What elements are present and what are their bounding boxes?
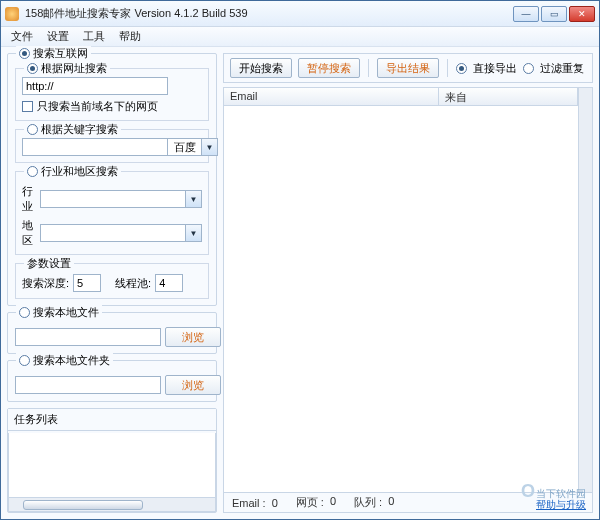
- direct-export-radio[interactable]: [456, 63, 467, 74]
- status-queue-value: 0: [388, 495, 394, 510]
- by-keyword-group: 根据关键字搜索 百度 ▼: [15, 129, 209, 163]
- tasks-list[interactable]: [8, 433, 216, 512]
- only-domain-label: 只搜索当前域名下的网页: [37, 99, 158, 114]
- local-file-input[interactable]: [15, 328, 161, 346]
- brand-name: 当下软件园: [536, 488, 586, 499]
- by-keyword-label: 根据关键字搜索: [41, 122, 118, 137]
- tasks-group: 任务列表: [7, 408, 217, 513]
- maximize-button[interactable]: ▭: [541, 6, 567, 22]
- url-input[interactable]: [22, 77, 168, 95]
- by-url-radio[interactable]: [27, 63, 38, 74]
- thread-input[interactable]: [155, 274, 183, 292]
- filter-dup-radio[interactable]: [523, 63, 534, 74]
- export-results-button[interactable]: 导出结果: [377, 58, 439, 78]
- status-email-label: Email :: [232, 497, 266, 509]
- engine-select-arrow[interactable]: ▼: [202, 138, 218, 156]
- browse-file-button[interactable]: 浏览: [165, 327, 221, 347]
- menu-help[interactable]: 帮助: [119, 29, 141, 44]
- params-label: 参数设置: [24, 256, 74, 271]
- status-page-value: 0: [330, 495, 336, 510]
- app-window: 158邮件地址搜索专家 Version 4.1.2 Build 539 — ▭ …: [0, 0, 600, 520]
- industry-label: 行业: [22, 184, 36, 214]
- filter-dup-label: 过滤重复: [540, 61, 584, 76]
- help-upgrade-link[interactable]: 帮助与升级: [536, 499, 586, 510]
- local-folder-input[interactable]: [15, 376, 161, 394]
- engine-select-value[interactable]: 百度: [168, 138, 202, 156]
- by-url-label: 根据网址搜索: [41, 61, 107, 76]
- keyword-input[interactable]: [22, 138, 168, 156]
- table-header: Email 来自: [224, 88, 578, 106]
- brand-logo-icon: O: [521, 481, 533, 501]
- region-select[interactable]: [40, 224, 186, 242]
- tasks-scrollbar[interactable]: [9, 497, 215, 511]
- menubar: 文件 设置 工具 帮助: [1, 27, 599, 47]
- window-title: 158邮件地址搜索专家 Version 4.1.2 Build 539: [25, 6, 513, 21]
- search-internet-label: 搜索互联网: [33, 46, 88, 61]
- separator: [368, 59, 369, 77]
- col-from[interactable]: 来自: [439, 88, 578, 105]
- industry-select[interactable]: [40, 190, 186, 208]
- pause-search-button[interactable]: 暂停搜索: [298, 58, 360, 78]
- depth-label: 搜索深度:: [22, 276, 69, 291]
- start-search-button[interactable]: 开始搜索: [230, 58, 292, 78]
- region-label: 地区: [22, 218, 36, 248]
- by-industry-label: 行业和地区搜索: [41, 164, 118, 179]
- browse-folder-button[interactable]: 浏览: [165, 375, 221, 395]
- menu-settings[interactable]: 设置: [47, 29, 69, 44]
- params-group: 参数设置 搜索深度: 线程池:: [15, 263, 209, 299]
- status-bar: Email :0 网页 :0 队列 :0 O 当下软件园 帮助与升级: [223, 493, 593, 513]
- table-body[interactable]: [224, 106, 578, 492]
- close-button[interactable]: ✕: [569, 6, 595, 22]
- local-file-label: 搜索本地文件: [33, 305, 99, 320]
- minimize-button[interactable]: —: [513, 6, 539, 22]
- toolbar: 开始搜索 暂停搜索 导出结果 直接导出 过滤重复: [223, 53, 593, 83]
- by-keyword-radio[interactable]: [27, 124, 38, 135]
- status-email-value: 0: [272, 497, 278, 509]
- only-domain-checkbox[interactable]: [22, 101, 33, 112]
- chevron-down-icon[interactable]: ▼: [186, 190, 202, 208]
- titlebar[interactable]: 158邮件地址搜索专家 Version 4.1.2 Build 539 — ▭ …: [1, 1, 599, 27]
- col-email[interactable]: Email: [224, 88, 439, 105]
- menu-file[interactable]: 文件: [11, 29, 33, 44]
- depth-input[interactable]: [73, 274, 101, 292]
- thread-label: 线程池:: [115, 276, 151, 291]
- app-icon: [5, 7, 19, 21]
- status-queue-label: 队列 :: [354, 495, 382, 510]
- brand-block: O 当下软件园 帮助与升级: [521, 486, 586, 510]
- local-folder-group: 搜索本地文件夹 浏览: [7, 360, 217, 402]
- by-industry-radio[interactable]: [27, 166, 38, 177]
- local-folder-label: 搜索本地文件夹: [33, 353, 110, 368]
- status-page-label: 网页 :: [296, 495, 324, 510]
- by-url-group: 根据网址搜索 只搜索当前域名下的网页: [15, 68, 209, 121]
- search-internet-radio[interactable]: [19, 48, 30, 59]
- by-industry-group: 行业和地区搜索 行业 ▼ 地区 ▼: [15, 171, 209, 255]
- results-table: Email 来自: [223, 87, 593, 493]
- tasks-label: 任务列表: [8, 409, 216, 431]
- local-file-radio[interactable]: [19, 307, 30, 318]
- menu-tools[interactable]: 工具: [83, 29, 105, 44]
- direct-export-label: 直接导出: [473, 61, 517, 76]
- local-folder-radio[interactable]: [19, 355, 30, 366]
- chevron-down-icon[interactable]: ▼: [186, 224, 202, 242]
- results-scrollbar[interactable]: [578, 88, 592, 492]
- scrollbar-thumb[interactable]: [23, 500, 143, 510]
- local-file-group: 搜索本地文件 浏览: [7, 312, 217, 354]
- separator: [447, 59, 448, 77]
- search-internet-group: 搜索互联网 根据网址搜索 只搜索当前域名下的网页: [7, 53, 217, 306]
